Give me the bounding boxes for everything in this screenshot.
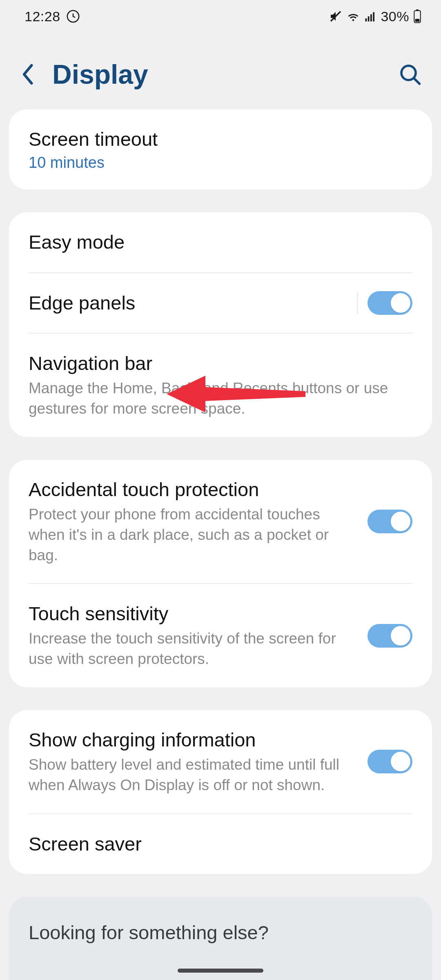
touch-sensitivity-toggle[interactable]	[368, 624, 412, 648]
status-bar-right: 30%	[329, 9, 421, 24]
charging-info-toggle[interactable]	[368, 750, 412, 773]
search-icon[interactable]	[399, 63, 421, 86]
battery-percent: 30%	[381, 9, 409, 24]
charging-info-item[interactable]: Show charging information Show battery l…	[9, 710, 432, 813]
charging-info-title: Show charging information	[29, 728, 358, 752]
svg-rect-5	[370, 14, 372, 22]
screen-saver-item[interactable]: Screen saver	[9, 814, 432, 874]
settings-group-4: Show charging information Show battery l…	[9, 710, 432, 874]
accidental-touch-toggle[interactable]	[368, 510, 412, 533]
charging-info-sub: Show battery level and estimated time un…	[29, 755, 358, 795]
svg-rect-4	[368, 16, 370, 22]
battery-icon	[413, 9, 421, 23]
settings-group-2: Easy mode Edge panels Navigation bar Man…	[9, 212, 432, 437]
mute-icon	[329, 10, 342, 23]
svg-rect-9	[415, 19, 420, 22]
status-bar-left: 12:28	[24, 9, 80, 24]
wifi-icon	[346, 9, 360, 23]
easy-mode-item[interactable]: Easy mode	[9, 212, 432, 272]
screen-timeout-value: 10 minutes	[29, 154, 412, 172]
accidental-touch-sub: Protect your phone from accidental touch…	[29, 504, 358, 566]
svg-line-11	[414, 79, 420, 84]
edge-panels-title: Edge panels	[29, 291, 347, 315]
back-icon[interactable]	[20, 62, 38, 87]
status-time: 12:28	[24, 9, 60, 24]
header: Display	[0, 49, 441, 101]
accidental-touch-title: Accidental touch protection	[29, 478, 358, 502]
svg-rect-3	[365, 18, 367, 22]
edge-panels-item[interactable]: Edge panels	[9, 273, 432, 333]
footer-card[interactable]: Looking for something else?	[9, 897, 432, 980]
whatsapp-icon	[66, 9, 80, 23]
touch-sensitivity-title: Touch sensitivity	[29, 602, 358, 626]
screen-timeout-item[interactable]: Screen timeout 10 minutes	[9, 109, 432, 189]
svg-rect-6	[373, 12, 375, 22]
settings-group-1: Screen timeout 10 minutes	[9, 109, 432, 189]
svg-point-2	[352, 19, 354, 21]
page-title: Display	[52, 59, 148, 90]
screen-timeout-title: Screen timeout	[29, 127, 412, 151]
navigation-bar-item[interactable]: Navigation bar Manage the Home, Back, an…	[9, 334, 432, 437]
gesture-handle[interactable]	[178, 969, 263, 973]
navigation-bar-title: Navigation bar	[29, 352, 412, 376]
status-bar: 12:28	[0, 0, 441, 33]
touch-sensitivity-sub: Increase the touch sensitivity of the sc…	[29, 628, 358, 669]
touch-sensitivity-item[interactable]: Touch sensitivity Increase the touch sen…	[9, 584, 432, 687]
navigation-bar-sub: Manage the Home, Back, and Recents butto…	[29, 378, 412, 419]
easy-mode-title: Easy mode	[29, 230, 412, 254]
signal-icon	[364, 10, 376, 22]
edge-panels-toggle[interactable]	[368, 291, 412, 315]
accidental-touch-item[interactable]: Accidental touch protection Protect your…	[9, 460, 432, 584]
screen-saver-title: Screen saver	[29, 832, 412, 856]
settings-group-3: Accidental touch protection Protect your…	[9, 460, 432, 687]
footer-title: Looking for something else?	[29, 921, 412, 944]
toggle-divider	[357, 292, 358, 314]
